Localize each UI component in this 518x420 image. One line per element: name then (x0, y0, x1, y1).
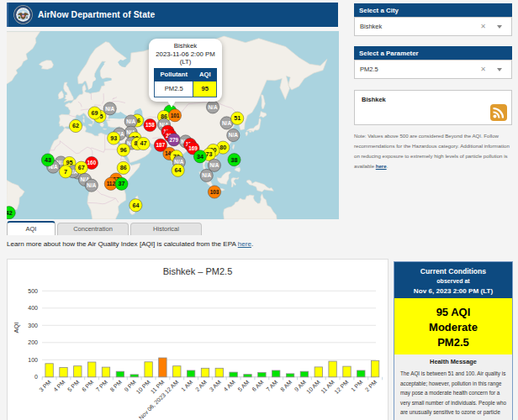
svg-text:4 PM: 4 PM (52, 379, 66, 393)
svg-text:64: 64 (132, 202, 139, 209)
svg-text:10 AM: 10 AM (305, 379, 321, 395)
svg-text:12 PM: 12 PM (333, 379, 349, 395)
svg-text:187: 187 (156, 142, 166, 148)
svg-text:160: 160 (87, 160, 97, 165)
svg-text:7 AM: 7 AM (265, 379, 278, 392)
svg-text:69: 69 (92, 109, 98, 117)
svg-text:400: 400 (28, 305, 38, 311)
svg-text:279: 279 (169, 137, 178, 143)
svg-text:6 AM: 6 AM (251, 379, 264, 392)
svg-text:51: 51 (234, 114, 240, 122)
svg-text:2 AM: 2 AM (194, 379, 208, 392)
svg-text:93: 93 (110, 134, 117, 142)
svg-text:10 PM: 10 PM (135, 379, 151, 395)
svg-text:34: 34 (197, 153, 204, 160)
svg-text:3 AM: 3 AM (209, 379, 222, 392)
svg-text:101: 101 (171, 113, 180, 118)
svg-text:80: 80 (219, 144, 226, 151)
svg-text:N/A: N/A (126, 118, 135, 124)
svg-text:N/A: N/A (208, 104, 217, 110)
svg-text:N/A: N/A (222, 120, 231, 126)
svg-text:169: 169 (188, 145, 198, 151)
svg-text:43: 43 (45, 156, 51, 164)
svg-text:37: 37 (119, 180, 125, 187)
svg-text:5 PM: 5 PM (66, 379, 81, 393)
svg-text:AQI: AQI (13, 323, 20, 333)
svg-text:3 PM: 3 PM (38, 379, 52, 393)
svg-text:67: 67 (78, 164, 85, 171)
svg-text:7: 7 (64, 168, 67, 176)
svg-text:38: 38 (231, 156, 238, 164)
svg-text:N/A: N/A (202, 172, 211, 178)
svg-text:8 PM: 8 PM (109, 379, 124, 393)
svg-text:5 AM: 5 AM (236, 379, 250, 392)
svg-text:1 AM: 1 AM (180, 379, 193, 392)
svg-text:103: 103 (210, 189, 219, 195)
svg-text:N/A: N/A (229, 132, 238, 138)
svg-text:7 PM: 7 PM (95, 379, 109, 393)
svg-text:42: 42 (7, 209, 13, 217)
svg-text:200: 200 (28, 339, 38, 345)
svg-text:N/A: N/A (105, 106, 114, 112)
svg-text:100: 100 (28, 357, 38, 363)
svg-text:N/A: N/A (209, 162, 219, 168)
svg-text:112: 112 (107, 181, 116, 186)
svg-text:62: 62 (72, 122, 79, 129)
svg-text:4 AM: 4 AM (223, 379, 236, 392)
svg-text:6 PM: 6 PM (81, 379, 95, 393)
svg-text:158: 158 (145, 122, 155, 128)
svg-text:1 PM: 1 PM (350, 379, 364, 393)
svg-text:500: 500 (28, 288, 38, 294)
svg-text:64: 64 (175, 166, 182, 174)
svg-text:96: 96 (120, 146, 127, 154)
svg-text:2 PM: 2 PM (364, 379, 378, 393)
svg-text:86: 86 (120, 164, 127, 171)
svg-text:47: 47 (140, 139, 147, 147)
svg-text:N/A: N/A (87, 182, 96, 188)
svg-text:300: 300 (28, 323, 38, 328)
svg-text:0: 0 (34, 374, 38, 380)
svg-text:8 AM: 8 AM (279, 379, 293, 392)
svg-text:11 AM: 11 AM (320, 379, 336, 395)
